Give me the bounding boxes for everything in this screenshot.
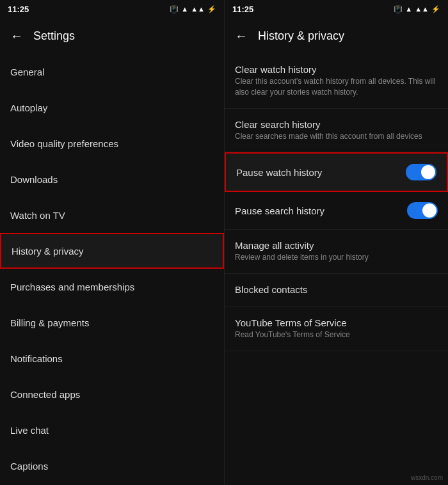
- left-header: ← Settings: [0, 18, 224, 54]
- settings-item-general[interactable]: General: [0, 54, 224, 90]
- settings-item-live-chat[interactable]: Live chat: [0, 412, 224, 448]
- toggle-knob-pause-search-history: [422, 203, 436, 218]
- privacy-item-title-clear-search-history: Clear search history: [235, 119, 438, 130]
- settings-item-history-&-privacy[interactable]: History & privacy: [0, 233, 224, 269]
- watermark: wsxdn.com: [411, 474, 443, 481]
- privacy-item-clear-search-history[interactable]: Clear search historyClear searches made …: [225, 109, 448, 153]
- battery-icon: ⚡: [207, 5, 216, 13]
- privacy-item-subtitle-clear-watch-history: Clear this account's watch history from …: [235, 76, 438, 98]
- back-button-left[interactable]: ←: [10, 29, 23, 44]
- settings-item-label: Watch on TV: [10, 210, 65, 221]
- toggle-knob-pause-watch-history: [421, 165, 435, 179]
- wifi-icon-r: ▲: [405, 5, 412, 13]
- signal-icon: ▲▲: [191, 5, 205, 13]
- privacy-item-title-pause-search-history: Pause search history: [235, 205, 324, 216]
- settings-item-label: Notifications: [10, 353, 63, 364]
- privacy-item-youtube-terms[interactable]: YouTube Terms of ServiceRead YouTube's T…: [225, 307, 448, 351]
- status-bar-right: 11:25 📳 ▲ ▲▲ ⚡: [225, 0, 448, 18]
- settings-item-label: History & privacy: [12, 246, 84, 257]
- settings-item-watch-on-tv[interactable]: Watch on TV: [0, 197, 224, 233]
- settings-item-purchases-and-memberships[interactable]: Purchases and memberships: [0, 269, 224, 305]
- settings-item-video-quality-preferences[interactable]: Video quality preferences: [0, 125, 224, 161]
- settings-item-captions[interactable]: Captions: [0, 448, 224, 484]
- settings-item-label: Downloads: [10, 174, 58, 185]
- status-icons-right: 📳 ▲ ▲▲ ⚡: [394, 5, 440, 13]
- privacy-item-title-blocked-contacts: Blocked contacts: [235, 284, 438, 295]
- privacy-item-subtitle-clear-search-history: Clear searches made with this account fr…: [235, 131, 438, 142]
- privacy-item-title-pause-watch-history: Pause watch history: [236, 167, 322, 178]
- settings-item-label: Connected apps: [10, 389, 80, 400]
- signal-icon-r: ▲▲: [415, 5, 429, 13]
- settings-item-label: General: [10, 67, 44, 77]
- privacy-item-pause-watch-history[interactable]: Pause watch history: [225, 152, 448, 192]
- status-icons-left: 📳 ▲ ▲▲ ⚡: [170, 5, 216, 13]
- wifi-icon: ▲: [181, 5, 188, 13]
- settings-item-label: Purchases and memberships: [10, 282, 134, 292]
- battery-icon-r: ⚡: [431, 5, 440, 13]
- time-right: 11:25: [232, 4, 253, 14]
- privacy-item-title-manage-all-activity: Manage all activity: [235, 240, 438, 251]
- settings-item-connected-apps[interactable]: Connected apps: [0, 376, 224, 412]
- privacy-item-pause-search-history[interactable]: Pause search history: [225, 192, 448, 230]
- vibrate-icon-r: 📳: [394, 5, 403, 13]
- privacy-item-title-youtube-terms: YouTube Terms of Service: [235, 317, 438, 328]
- settings-item-autoplay[interactable]: Autoplay: [0, 90, 224, 125]
- left-panel-title: Settings: [33, 29, 75, 43]
- privacy-item-title-clear-watch-history: Clear watch history: [235, 64, 438, 75]
- vibrate-icon: 📳: [170, 5, 179, 13]
- settings-item-label: Captions: [10, 461, 48, 472]
- settings-item-label: Live chat: [10, 425, 49, 436]
- toggle-pause-watch-history[interactable]: [406, 164, 436, 180]
- privacy-list: Clear watch historyClear this account's …: [225, 54, 448, 485]
- settings-item-downloads[interactable]: Downloads: [0, 161, 224, 197]
- time-left: 11:25: [8, 4, 29, 14]
- settings-item-billing-&-payments[interactable]: Billing & payments: [0, 305, 224, 340]
- privacy-item-blocked-contacts[interactable]: Blocked contacts: [225, 274, 448, 307]
- settings-item-notifications[interactable]: Notifications: [0, 340, 224, 376]
- privacy-item-manage-all-activity[interactable]: Manage all activityReview and delete ite…: [225, 230, 448, 274]
- privacy-item-subtitle-youtube-terms: Read YouTube's Terms of Service: [235, 330, 438, 340]
- right-panel: 11:25 📳 ▲ ▲▲ ⚡ ← History & privacy Clear…: [224, 0, 448, 485]
- back-button-right[interactable]: ←: [235, 29, 248, 44]
- settings-item-label: Autoplay: [10, 102, 47, 113]
- settings-item-label: Billing & payments: [10, 317, 89, 328]
- settings-item-label: Video quality preferences: [10, 138, 118, 149]
- privacy-item-clear-watch-history[interactable]: Clear watch historyClear this account's …: [225, 54, 448, 109]
- privacy-item-subtitle-manage-all-activity: Review and delete items in your history: [235, 252, 438, 263]
- right-header: ← History & privacy: [225, 18, 448, 54]
- left-panel: 11:25 📳 ▲ ▲▲ ⚡ ← Settings GeneralAutopla…: [0, 0, 224, 485]
- settings-list: GeneralAutoplayVideo quality preferences…: [0, 54, 224, 485]
- right-panel-title: History & privacy: [258, 29, 344, 43]
- status-bar-left: 11:25 📳 ▲ ▲▲ ⚡: [0, 0, 224, 18]
- toggle-pause-search-history[interactable]: [407, 202, 438, 219]
